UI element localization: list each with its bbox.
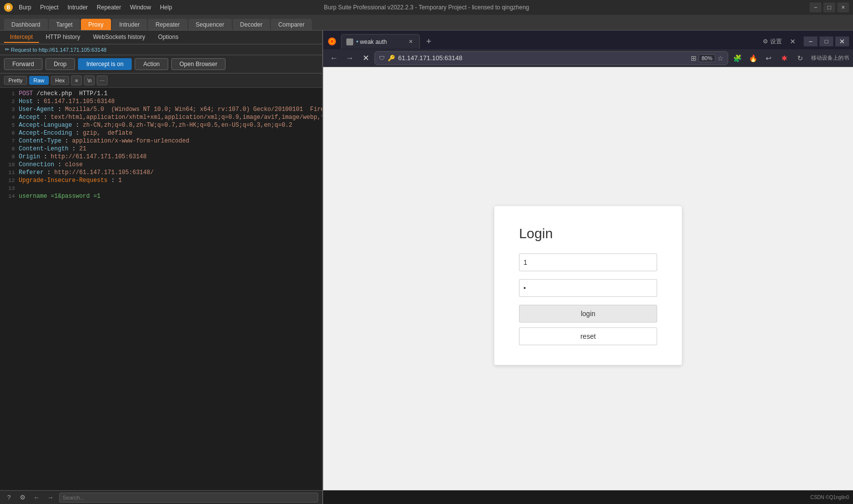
drop-button[interactable]: Drop	[45, 58, 75, 70]
back-arrow-icon[interactable]: ↩	[762, 51, 776, 65]
lock-icon: 🛡	[379, 55, 385, 62]
subtab-intercept[interactable]: Intercept	[4, 32, 39, 43]
forward-button[interactable]: Forward	[4, 58, 42, 70]
help-icon[interactable]: ?	[4, 493, 14, 503]
back-nav-button[interactable]: ←	[327, 51, 341, 65]
burp-tab-bar: Dashboard Target Proxy Intruder Repeater…	[0, 15, 853, 31]
browser-maximize-button[interactable]: □	[819, 36, 833, 46]
browser-close-button[interactable]: ✕	[835, 36, 849, 46]
login-button[interactable]: login	[519, 305, 657, 323]
firefox-tab-weak-auth[interactable]: • weak auth ✕	[341, 34, 420, 49]
request-label: Request to http://61.147.171.105:63148	[11, 47, 107, 53]
open-browser-button[interactable]: Open Browser	[171, 58, 226, 70]
search-input[interactable]	[59, 493, 318, 503]
new-tab-button[interactable]: +	[422, 35, 436, 48]
list-icon[interactable]: ≡	[71, 75, 82, 85]
raw-button[interactable]: Raw	[29, 76, 49, 85]
app-layout: Dashboard Target Proxy Intruder Repeater…	[0, 15, 853, 504]
address-bar[interactable]: 🛡 🔑 61.147.171.105:63148 ⊞ 80% ☆	[374, 51, 728, 65]
subtab-options[interactable]: Options	[152, 32, 184, 43]
firefox-chrome: • weak auth ✕ + ⚙ 设置 ✕ −	[323, 31, 853, 67]
menu-icon[interactable]: ⋯	[97, 75, 108, 85]
request-line-11: 11 Referer : http://61.147.171.105:63148…	[0, 169, 322, 177]
pretty-button[interactable]: Pretty	[4, 76, 27, 85]
password-field[interactable]	[519, 279, 657, 297]
subtab-http-history[interactable]: HTTP history	[40, 32, 86, 43]
request-line-14: 14 username =1&password =1	[0, 192, 322, 200]
settings-close-button[interactable]: ✕	[788, 36, 798, 46]
menu-bar: Burp Project Intruder Repeater Window He…	[15, 3, 176, 12]
bug-icon[interactable]: ✱	[778, 51, 791, 65]
tab-target[interactable]: Target	[49, 19, 80, 30]
grid-icon[interactable]: ⊞	[691, 54, 697, 62]
zoom-level[interactable]: 80%	[699, 54, 715, 62]
hex-button[interactable]: Hex	[51, 76, 70, 85]
key-icon: 🔑	[388, 55, 395, 62]
request-line-10: 10 Connection : close	[0, 161, 322, 169]
request-line-6: 6 Accept-Encoding : gzip, deflate	[0, 129, 322, 137]
extensions-icon[interactable]: 🧩	[730, 51, 744, 65]
intercept-toggle-button[interactable]: Intercept is on	[78, 58, 132, 70]
page-content: Login login reset	[323, 67, 853, 504]
maximize-button[interactable]: □	[823, 2, 835, 12]
refresh-icon[interactable]: ↻	[793, 51, 807, 65]
menu-intruder[interactable]: Intruder	[64, 3, 92, 12]
app-title: Burp Suite Professional v2022.2.3 - Temp…	[324, 4, 529, 11]
menu-help[interactable]: Help	[156, 3, 176, 12]
tab-title: • weak auth	[356, 38, 404, 45]
menu-burp[interactable]: Burp	[15, 3, 35, 12]
settings-icon[interactable]: ⚙	[18, 493, 28, 503]
request-line-12: 12 Upgrade-Insecure-Requests : 1	[0, 177, 322, 184]
firefox-nav-bar: ← → ✕ 🛡 🔑 61.147.171.105:63148 ⊞ 80% ☆	[323, 49, 853, 67]
settings-tab[interactable]: ⚙ 设置	[759, 37, 786, 46]
stop-button[interactable]: ✕	[359, 51, 372, 65]
newline-icon[interactable]: \n	[84, 75, 95, 85]
tab-decoder[interactable]: Decoder	[233, 19, 270, 30]
close-button[interactable]: ×	[837, 2, 849, 12]
svg-point-2	[331, 40, 334, 43]
request-line-7: 7 Content-Type : application/x-www-form-…	[0, 137, 322, 145]
action-button[interactable]: Action	[135, 58, 168, 70]
subtab-websockets-history[interactable]: WebSockets history	[87, 32, 151, 43]
request-info: ✏ Request to http://61.147.171.105:63148	[0, 44, 322, 55]
browser-minimize-button[interactable]: −	[804, 36, 817, 46]
tab-intruder[interactable]: Intruder	[112, 19, 147, 30]
tab-dashboard[interactable]: Dashboard	[4, 19, 48, 30]
login-title: Login	[519, 226, 657, 242]
title-bar-left: B Burp Project Intruder Repeater Window …	[4, 3, 176, 12]
toolbar-icons: 🧩 🔥 ↩ ✱ ↻	[730, 51, 807, 65]
browser-panel: • weak auth ✕ + ⚙ 设置 ✕ −	[323, 31, 853, 504]
request-line-3: 3 User-Agent : Mozilla/5.0 (Windows NT 1…	[0, 106, 322, 113]
back-icon[interactable]: ←	[32, 493, 41, 503]
settings-label: 设置	[770, 37, 782, 46]
menu-window[interactable]: Window	[126, 3, 155, 12]
taskbar-text: CSDN ©Q1nglin0	[810, 495, 849, 500]
bookmark-star-icon[interactable]: ☆	[717, 54, 724, 62]
minimize-button[interactable]: −	[810, 2, 821, 12]
tab-comparer[interactable]: Comparer	[271, 19, 312, 30]
request-line-1: 1 POST /check.php HTTP/1.1	[0, 90, 322, 98]
forward-nav-button[interactable]: →	[343, 51, 357, 65]
username-field[interactable]	[519, 253, 657, 271]
action-bar: Forward Drop Intercept is on Action Open…	[0, 55, 322, 73]
title-bar: B Burp Project Intruder Repeater Window …	[0, 0, 853, 15]
flame-icon[interactable]: 🔥	[746, 51, 760, 65]
forward-nav-icon[interactable]: →	[45, 493, 55, 503]
format-bar: Pretty Raw Hex ≡ \n ⋯	[0, 73, 322, 88]
bottom-bar: ? ⚙ ← →	[0, 490, 322, 504]
taskbar: CSDN ©Q1nglin0	[323, 490, 853, 504]
tab-sequencer[interactable]: Sequencer	[188, 19, 232, 30]
burp-panel: Intercept HTTP history WebSockets histor…	[0, 31, 323, 504]
request-content: 1 POST /check.php HTTP/1.1 2 Host : 61.1…	[0, 88, 322, 490]
request-line-13: 13	[0, 184, 322, 192]
window-controls: − □ ×	[810, 2, 849, 12]
firefox-logo-icon	[327, 36, 337, 46]
tab-proxy[interactable]: Proxy	[81, 19, 111, 30]
sub-tab-bar: Intercept HTTP history WebSockets histor…	[0, 31, 322, 44]
menu-project[interactable]: Project	[36, 3, 62, 12]
app-logo: B	[4, 3, 13, 12]
tab-close-button[interactable]: ✕	[407, 38, 414, 46]
tab-repeater[interactable]: Repeater	[148, 19, 187, 30]
reset-button[interactable]: reset	[519, 327, 657, 345]
menu-repeater[interactable]: Repeater	[93, 3, 125, 12]
